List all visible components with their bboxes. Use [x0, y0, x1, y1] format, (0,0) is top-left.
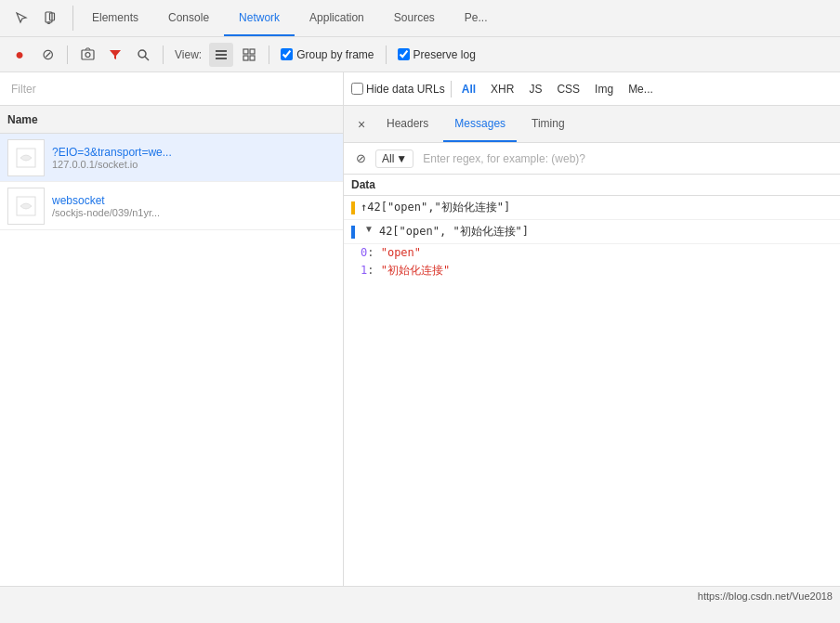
- cursor-icon[interactable]: [11, 7, 33, 30]
- hide-data-urls-group: Hide data URLs: [351, 83, 445, 96]
- toolbar-separator-4: [386, 45, 387, 64]
- tab-console[interactable]: Console: [153, 0, 224, 36]
- filter-tag-all[interactable]: All: [457, 81, 480, 97]
- request-url-websocket: /sockjs-node/039/n1yr...: [52, 207, 335, 218]
- message-child-1: 1: "初始化连接": [344, 261, 840, 280]
- requests-panel: Name ?EIO=3&transport=we... 127.0.0.1/so…: [0, 106, 344, 586]
- msg-filter-dropdown-arrow: ▼: [396, 152, 407, 165]
- search-button[interactable]: [131, 43, 155, 67]
- message-row-1[interactable]: ↑42["open","初始化连接"]: [344, 196, 840, 220]
- svg-rect-10: [243, 49, 248, 54]
- view-label: View:: [175, 48, 202, 61]
- block-button[interactable]: ⊘: [35, 43, 59, 67]
- group-by-frame-label: Group by frame: [296, 48, 374, 61]
- hide-data-urls-label: Hide data URLs: [366, 83, 445, 96]
- svg-point-5: [138, 50, 146, 58]
- request-name-socketio: ?EIO=3&transport=we...: [52, 146, 335, 159]
- request-item-websocket[interactable]: websocket /sockjs-node/039/n1yr...: [0, 182, 343, 230]
- data-section-label: Data: [344, 175, 840, 196]
- view-tree-button[interactable]: [237, 43, 261, 67]
- tab-separator-1: [72, 6, 73, 31]
- svg-rect-11: [250, 49, 255, 54]
- toolbar-separator-1: [67, 45, 68, 64]
- filter-bar: Hide data URLs All XHR JS CSS Img Me...: [0, 72, 840, 106]
- details-tab-messages[interactable]: Messages: [443, 106, 517, 142]
- details-close-button[interactable]: ×: [351, 114, 372, 135]
- msg-filter-block-icon[interactable]: ⊘: [351, 149, 370, 168]
- tab-performance[interactable]: Pe...: [450, 0, 503, 36]
- record-button[interactable]: ●: [7, 43, 32, 67]
- toolbar-separator-3: [269, 45, 269, 64]
- details-panel: × Headers Messages Timing ⊘ All ▼ Data ↑…: [344, 106, 840, 586]
- request-thumb-websocket: [7, 188, 45, 225]
- svg-rect-13: [250, 56, 255, 60]
- preserve-log-group: Preserve log: [398, 48, 476, 61]
- group-by-frame-checkbox[interactable]: [281, 48, 293, 60]
- filter-button[interactable]: [103, 43, 127, 67]
- svg-point-4: [85, 53, 90, 58]
- svg-rect-1: [47, 22, 50, 24]
- request-info-websocket: websocket /sockjs-node/039/n1yr...: [52, 194, 335, 218]
- filter-separator-1: [451, 81, 452, 97]
- msg-filter-all-label: All: [382, 152, 394, 165]
- msg-text-1: ↑42["open","初始化连接"]: [361, 200, 510, 215]
- msg-filter-input[interactable]: [419, 152, 833, 165]
- status-url: https://blog.csdn.net/Vue2018: [698, 591, 833, 602]
- toolbar-separator-2: [163, 45, 164, 64]
- message-child-0: 0: "open": [344, 244, 840, 261]
- request-name-websocket: websocket: [52, 194, 335, 207]
- msg-indicator-1: [351, 201, 355, 214]
- device-icon[interactable]: [39, 7, 61, 30]
- details-tab-headers[interactable]: Headers: [375, 106, 440, 142]
- request-url-socketio: 127.0.0.1/socket.io: [52, 159, 335, 170]
- preserve-log-checkbox[interactable]: [398, 48, 410, 60]
- filter-tag-xhr[interactable]: XHR: [486, 81, 518, 97]
- request-thumb-socketio: [7, 139, 45, 176]
- requests-header: Name: [0, 106, 343, 134]
- msg-indicator-2: [351, 226, 355, 239]
- svg-rect-3: [82, 50, 94, 59]
- group-by-frame-group: Group by frame: [281, 48, 374, 61]
- svg-rect-9: [216, 58, 227, 59]
- request-item-socketio[interactable]: ?EIO=3&transport=we... 127.0.0.1/socket.…: [0, 134, 343, 182]
- request-info-socketio: ?EIO=3&transport=we... 127.0.0.1/socket.…: [52, 146, 335, 170]
- tab-elements[interactable]: Elements: [77, 0, 153, 36]
- messages-area: ↑42["open","初始化连接"] ▼ 42["open", "初始化连接"…: [344, 196, 840, 586]
- messages-filter-bar: ⊘ All ▼: [344, 143, 840, 175]
- svg-rect-8: [216, 54, 227, 56]
- message-row-2[interactable]: ▼ 42["open", "初始化连接"]: [344, 220, 840, 244]
- tab-sources[interactable]: Sources: [379, 0, 450, 36]
- tab-application[interactable]: Application: [295, 0, 379, 36]
- camera-button[interactable]: [75, 43, 99, 67]
- filter-tag-css[interactable]: CSS: [552, 81, 584, 97]
- tab-network[interactable]: Network: [224, 0, 295, 36]
- svg-rect-12: [243, 56, 248, 60]
- filter-tag-js[interactable]: JS: [524, 81, 546, 97]
- expand-triangle-2[interactable]: ▼: [364, 224, 374, 234]
- msg-content-2: 42["open", "初始化连接"]: [379, 224, 529, 240]
- tab-icon-group: [4, 0, 69, 36]
- hide-data-urls-checkbox[interactable]: [351, 83, 363, 95]
- main-area: Name ?EIO=3&transport=we... 127.0.0.1/so…: [0, 106, 840, 586]
- requests-name-col: Name: [7, 113, 38, 126]
- status-bar: https://blog.csdn.net/Vue2018: [0, 586, 840, 604]
- filter-input[interactable]: [0, 72, 344, 105]
- svg-line-6: [145, 57, 149, 60]
- svg-rect-7: [216, 50, 227, 52]
- msg-filter-dropdown[interactable]: All ▼: [375, 149, 413, 168]
- details-tab-timing[interactable]: Timing: [520, 106, 576, 142]
- network-toolbar: ● ⊘ View: Group by frame Preserve log: [0, 37, 840, 72]
- filter-tag-me[interactable]: Me...: [623, 81, 658, 97]
- filter-tag-img[interactable]: Img: [590, 81, 618, 97]
- preserve-log-label: Preserve log: [413, 48, 476, 61]
- devtools-tab-bar: Elements Console Network Application Sou…: [0, 0, 840, 37]
- details-tab-bar: × Headers Messages Timing: [344, 106, 840, 143]
- filter-options: Hide data URLs All XHR JS CSS Img Me...: [344, 81, 665, 97]
- view-list-button[interactable]: [209, 43, 233, 67]
